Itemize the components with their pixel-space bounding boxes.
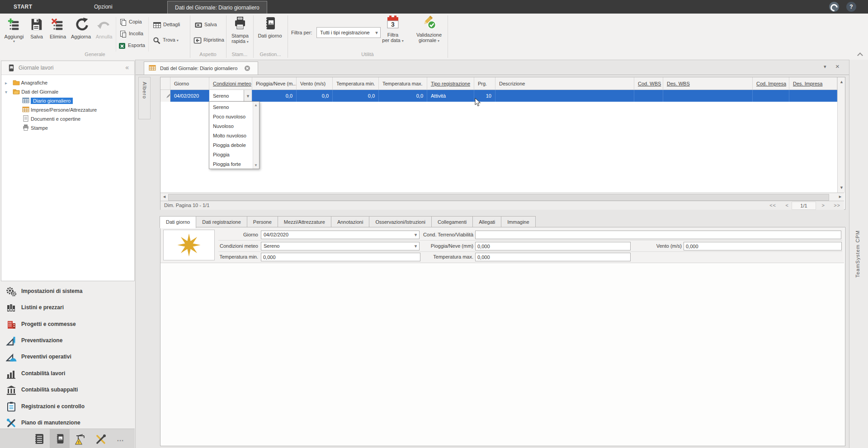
cell-cod-wbs[interactable] xyxy=(634,90,663,102)
column-header-descrizione[interactable]: Descrizione xyxy=(495,77,634,90)
scroll-up-icon[interactable]: ▲ xyxy=(254,103,258,107)
close-icon[interactable] xyxy=(244,65,250,71)
meteo-option-molto-nuvoloso[interactable]: Molto nuvoloso xyxy=(209,131,255,141)
ribbon-tab-start[interactable]: START xyxy=(5,0,41,14)
paste-button[interactable]: Incolla xyxy=(119,29,143,38)
scrollbar-thumb[interactable] xyxy=(168,194,829,201)
tab-mezzi-attrezzature[interactable]: Mezzi/Attrezzature xyxy=(278,216,331,228)
sidebar-item-contabilita-subappalti[interactable]: Contabilità subappalti xyxy=(0,383,135,397)
find-button[interactable]: Trova ▾ xyxy=(153,35,179,44)
tab-persone[interactable]: Persone xyxy=(247,216,278,228)
save-button[interactable]: Salva xyxy=(26,16,47,39)
account-badge[interactable] xyxy=(829,2,839,12)
tree-item-imprese-persone-attrezzature[interactable]: Imprese/Persone/Attrezzature xyxy=(22,105,97,114)
details-button[interactable]: Dettagli xyxy=(153,20,180,29)
restore-layout-button[interactable]: Ripristina xyxy=(193,35,224,44)
tab-albero[interactable]: Albero xyxy=(138,77,151,119)
tab-allegati[interactable]: Allegati xyxy=(472,216,501,228)
validate-journal-button[interactable]: Validazionegiornale ▾ xyxy=(411,14,447,44)
meteo-option-nuvoloso[interactable]: Nuvoloso xyxy=(209,122,255,131)
sidebar-item-listini-e-prezzari[interactable]: Listini e prezzari xyxy=(0,301,135,315)
column-header-temperatura-max[interactable]: Temperatura max. xyxy=(379,77,427,90)
grid-vertical-scrollbar[interactable]: ▲ ▼ xyxy=(837,77,845,193)
sidebar-item-progetti-e-commesse[interactable]: Progetti e commesse xyxy=(0,318,135,331)
chevron-down-icon[interactable]: ▾ xyxy=(412,231,419,239)
column-header-des-wbs[interactable]: Des. WBS xyxy=(663,77,753,90)
cond-terreno-input[interactable] xyxy=(475,231,841,239)
meteo-option-poco-nuvoloso[interactable]: Poco nuvoloso xyxy=(209,112,255,122)
cell-pioggia-neve[interactable]: 0,0 xyxy=(252,90,297,102)
column-header-vento[interactable]: Vento (m/s) xyxy=(297,77,333,90)
tab-osservazioni-istruzioni[interactable]: Osservazioni/Istruzioni xyxy=(369,216,432,228)
meteo-option-pioggia-forte[interactable]: Pioggia forte xyxy=(209,160,255,169)
cell-condizioni-meteo-editor[interactable]: Sereno ▾ xyxy=(209,90,252,102)
meteo-option-pioggia-debole[interactable]: Pioggia debole xyxy=(209,141,255,150)
filter-by-date-button[interactable]: 3 Filtraper data ▾ xyxy=(380,14,406,44)
document-tab[interactable]: Dati del Giornale: Diario giornaliero xyxy=(144,61,258,75)
add-button[interactable]: Aggiungi ▾ xyxy=(2,16,26,43)
tree-item-documenti-e-copertine[interactable]: Documenti e copertine xyxy=(22,114,80,123)
meteo-option-pioggia[interactable]: Pioggia xyxy=(209,150,255,160)
tab-dati-registrazione[interactable]: Dati registrazione xyxy=(196,216,247,228)
save-layout-button[interactable]: Salva xyxy=(194,20,217,29)
refresh-button[interactable]: Aggiorna xyxy=(69,16,93,39)
journal-image-icon[interactable] xyxy=(50,429,70,448)
sidebar-item-piano-di-manutenzione[interactable]: Piano di manutenzione xyxy=(0,416,135,430)
vento-input[interactable] xyxy=(684,242,842,250)
column-header-condizioni-meteo[interactable]: Condizioni meteo xyxy=(209,77,252,90)
tree-item-anagrafiche[interactable]: ▸ Anagrafiche xyxy=(5,78,47,87)
cell-temperatura-max[interactable]: 0,0 xyxy=(379,90,427,102)
tree-item-stampe[interactable]: Stampe xyxy=(22,123,48,132)
scroll-down-icon[interactable]: ▼ xyxy=(254,163,258,167)
sidebar-item-registrazioni-e-controllo[interactable]: Registrazioni e controllo xyxy=(0,400,135,414)
cell-vento[interactable]: 0,0 xyxy=(297,90,333,102)
cell-giorno[interactable]: 04/02/2020 xyxy=(170,90,209,102)
tools-icon[interactable] xyxy=(91,429,109,448)
giorno-select[interactable]: 04/02/2020 ▾ xyxy=(261,231,420,239)
cell-des-wbs[interactable] xyxy=(663,90,753,102)
scroll-left-icon[interactable]: ◄ xyxy=(162,193,166,201)
sidebar-item-impostazioni-di-sistema[interactable]: Impostazioni di sistema xyxy=(0,285,135,298)
grid-horizontal-scrollbar[interactable]: ◄ ► xyxy=(160,193,844,201)
temperatura-max-input[interactable] xyxy=(475,253,631,261)
cell-des-impresa[interactable] xyxy=(789,90,837,102)
tree-item-dati-del-giornale[interactable]: ▾ Dati del Giornale xyxy=(5,87,58,96)
scroll-right-icon[interactable]: ► xyxy=(838,193,842,201)
pager-first[interactable]: << xyxy=(769,201,776,210)
tree-item-diario-giornaliero[interactable]: Diario giornaliero xyxy=(22,96,73,105)
chevron-down-icon[interactable]: ▾ xyxy=(373,28,380,38)
column-header-temperatura-min[interactable]: Temperatura min. xyxy=(333,77,379,90)
scroll-down-icon[interactable]: ▼ xyxy=(840,184,844,192)
column-header-cod-impresa[interactable]: Cod. Impresa xyxy=(753,77,789,90)
tab-collegamenti[interactable]: Collegamenti xyxy=(431,216,473,228)
filter-type-select[interactable]: Tutti i tipi registrazione ▾ xyxy=(316,27,381,38)
cell-temperatura-min[interactable]: 0,0 xyxy=(333,90,379,102)
tab-list-chevron-icon[interactable]: ▾ xyxy=(824,64,826,70)
notebook-list-icon[interactable] xyxy=(30,429,48,448)
pager-next[interactable]: > xyxy=(822,201,825,210)
scroll-up-icon[interactable]: ▲ xyxy=(840,78,844,86)
cell-cod-impresa[interactable] xyxy=(753,90,789,102)
tab-annotazioni[interactable]: Annotazioni xyxy=(331,216,370,228)
collapse-icon[interactable]: ▾ xyxy=(5,88,11,97)
collapse-panel-icon[interactable]: « xyxy=(125,64,129,71)
overflow-menu-icon[interactable]: … xyxy=(111,429,129,448)
column-header-des-impresa[interactable]: Des. Impresa xyxy=(789,77,837,90)
meteo-option-sereno[interactable]: Sereno xyxy=(209,103,255,112)
column-header-pioggia-neve[interactable]: Pioggia/Neve (m... xyxy=(252,77,297,90)
tab-immagine[interactable]: Immagine xyxy=(501,216,535,228)
export-button[interactable]: Esporta xyxy=(118,41,145,50)
column-header-giorno[interactable]: Giorno xyxy=(170,77,209,90)
crane-warning-icon[interactable]: ! xyxy=(71,429,90,448)
day-data-button[interactable]: Dati giorno xyxy=(255,15,285,38)
quick-print-button[interactable]: Stamparapida ▾ xyxy=(227,15,253,45)
column-header-cod-wbs[interactable]: Cod. WBS xyxy=(634,77,663,90)
cell-descrizione[interactable] xyxy=(495,90,634,102)
chevron-down-icon[interactable]: ▾ xyxy=(244,90,252,102)
ribbon-tab-document[interactable]: Dati del Giornale: Diario giornaliero xyxy=(167,1,267,14)
expand-icon[interactable]: ▸ xyxy=(5,79,11,88)
cell-tipo-registrazione[interactable]: Attività xyxy=(427,90,474,102)
help-button[interactable]: ? xyxy=(846,2,856,12)
dropdown-scrollbar[interactable]: ▲ ▼ xyxy=(253,102,259,169)
sidebar-item-contabilita-lavori[interactable]: Contabilità lavori xyxy=(0,367,135,381)
